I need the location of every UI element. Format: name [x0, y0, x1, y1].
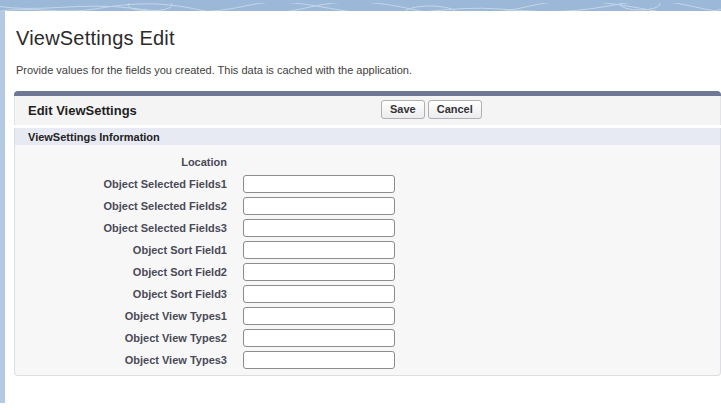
form-row: Location: [15, 151, 720, 173]
section-header: Edit ViewSettings Save Cancel: [14, 96, 721, 125]
field-input[interactable]: [243, 307, 395, 325]
field-input[interactable]: [243, 263, 395, 281]
content-panel: ViewSettings Edit Provide values for the…: [6, 11, 721, 410]
form-row: Object Selected Fields3: [15, 217, 720, 239]
top-banner: [0, 0, 721, 11]
page-title: ViewSettings Edit: [16, 27, 721, 50]
form-row: Object Sort Field2: [15, 261, 720, 283]
banner-swirl-pattern: [0, 3, 721, 11]
form-row: Object Selected Fields1: [15, 173, 720, 195]
field-input[interactable]: [243, 285, 395, 303]
cancel-button[interactable]: Cancel: [428, 100, 482, 119]
form-row: Object Sort Field3: [15, 283, 720, 305]
form-row: Object View Types3: [15, 349, 720, 371]
field-label: Object View Types3: [15, 354, 227, 366]
field-label: Object View Types1: [15, 310, 227, 322]
button-row: Save Cancel: [381, 100, 482, 119]
form-row: Object View Types2: [15, 327, 720, 349]
field-label: Object Sort Field2: [15, 266, 227, 278]
field-label: Object Selected Fields1: [15, 178, 227, 190]
field-input[interactable]: [243, 329, 395, 347]
save-button[interactable]: Save: [381, 100, 425, 119]
field-input[interactable]: [243, 175, 395, 193]
field-label: Location: [15, 156, 227, 168]
field-input[interactable]: [243, 351, 395, 369]
form-body: Location Object Selected Fields1 Object …: [14, 145, 721, 376]
section-header-title: Edit ViewSettings: [28, 103, 137, 118]
field-label: Object Sort Field3: [15, 288, 227, 300]
field-input[interactable]: [243, 241, 395, 259]
field-label: Object Selected Fields3: [15, 222, 227, 234]
field-label: Object Sort Field1: [15, 244, 227, 256]
field-label: Object View Types2: [15, 332, 227, 344]
field-input[interactable]: [243, 219, 395, 237]
form-row: Object Sort Field1: [15, 239, 720, 261]
edit-section: Edit ViewSettings Save Cancel ViewSettin…: [14, 91, 721, 376]
left-border-strip: [0, 11, 5, 403]
page-subtitle: Provide values for the fields you create…: [16, 64, 721, 76]
form-row: Object Selected Fields2: [15, 195, 720, 217]
form-row: Object View Types1: [15, 305, 720, 327]
field-input[interactable]: [243, 197, 395, 215]
section-subheader-title: ViewSettings Information: [28, 131, 160, 143]
field-label: Object Selected Fields2: [15, 200, 227, 212]
section-subheader: ViewSettings Information: [14, 128, 721, 145]
